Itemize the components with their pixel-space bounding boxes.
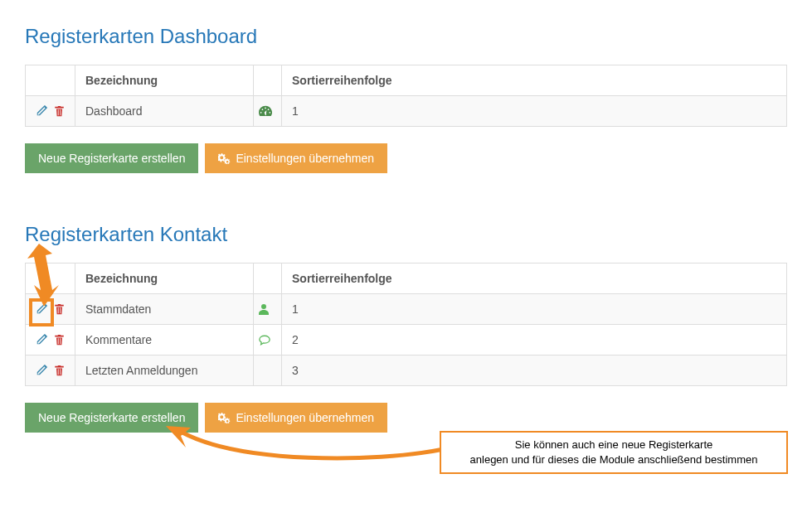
trash-icon bbox=[54, 365, 65, 376]
row-label: Letzten Anmeldungen bbox=[75, 355, 254, 386]
delete-button[interactable] bbox=[54, 334, 65, 346]
dashboard-table: Bezeichnung Sortierreihenfolge bbox=[25, 65, 787, 127]
col-header-actions bbox=[26, 264, 75, 294]
create-tab-button[interactable]: Neue Registerkarte erstellen bbox=[25, 403, 198, 433]
apply-settings-button[interactable]: Einstellungen übernehmen bbox=[205, 403, 387, 433]
create-tab-label: Neue Registerkarte erstellen bbox=[38, 152, 185, 165]
annotation-callout-line2: anlegen und für dieses die Module anschl… bbox=[453, 452, 775, 467]
section-kontakt: Registerkarten Kontakt Bezeichnung Sorti… bbox=[25, 223, 787, 433]
pencil-icon bbox=[36, 105, 47, 117]
table-row: Letzten Anmeldungen 3 bbox=[26, 355, 787, 386]
col-header-icon bbox=[254, 65, 282, 96]
section-title-kontakt: Registerkarten Kontakt bbox=[25, 223, 787, 246]
section-title-dashboard: Registerkarten Dashboard bbox=[25, 25, 787, 48]
row-sort: 1 bbox=[282, 96, 787, 127]
col-header-label: Bezeichnung bbox=[75, 65, 254, 96]
trash-icon bbox=[54, 303, 65, 315]
apply-settings-button[interactable]: Einstellungen übernehmen bbox=[205, 143, 387, 173]
col-header-sort: Sortierreihenfolge bbox=[282, 65, 787, 96]
trash-icon bbox=[54, 105, 65, 117]
edit-button[interactable] bbox=[36, 365, 47, 376]
delete-button[interactable] bbox=[54, 365, 65, 376]
button-row-dashboard: Neue Registerkarte erstellen Einstellung… bbox=[25, 143, 787, 173]
pencil-icon bbox=[36, 365, 47, 376]
col-header-label: Bezeichnung bbox=[75, 264, 254, 294]
section-dashboard: Registerkarten Dashboard Bezeichnung Sor… bbox=[25, 25, 787, 173]
row-sort: 3 bbox=[282, 355, 787, 386]
create-tab-button[interactable]: Neue Registerkarte erstellen bbox=[25, 143, 198, 173]
kontakt-table: Bezeichnung Sortierreihenfolge bbox=[25, 263, 787, 386]
delete-button[interactable] bbox=[54, 303, 65, 315]
pencil-icon bbox=[36, 303, 47, 315]
delete-button[interactable] bbox=[54, 105, 65, 117]
col-header-sort: Sortierreihenfolge bbox=[282, 264, 787, 294]
annotation-callout: Sie können auch eine neue Registerkarte … bbox=[440, 431, 788, 474]
cogs-icon bbox=[218, 413, 231, 423]
annotation-callout-line1: Sie können auch eine neue Registerkarte bbox=[453, 438, 775, 452]
create-tab-label: Neue Registerkarte erstellen bbox=[38, 411, 185, 424]
user-icon bbox=[259, 303, 269, 315]
trash-icon bbox=[54, 334, 65, 346]
col-header-icon bbox=[254, 264, 282, 294]
apply-settings-label: Einstellungen übernehmen bbox=[236, 411, 374, 424]
row-label: Dashboard bbox=[75, 96, 254, 127]
edit-button[interactable] bbox=[36, 303, 47, 315]
button-row-kontakt: Neue Registerkarte erstellen Einstellung… bbox=[25, 403, 787, 433]
row-label: Stammdaten bbox=[75, 294, 254, 325]
pencil-icon bbox=[36, 334, 47, 346]
cogs-icon bbox=[218, 153, 231, 164]
edit-button[interactable] bbox=[36, 105, 47, 117]
table-row: Dashboard 1 bbox=[26, 96, 787, 127]
table-row: Stammdaten 1 bbox=[26, 294, 787, 325]
tachometer-icon bbox=[259, 105, 272, 117]
comment-icon bbox=[259, 335, 270, 346]
table-row: Kommentare 2 bbox=[26, 325, 787, 355]
edit-button[interactable] bbox=[36, 334, 47, 346]
row-sort: 1 bbox=[282, 294, 787, 325]
row-sort: 2 bbox=[282, 325, 787, 355]
row-label: Kommentare bbox=[75, 325, 254, 355]
apply-settings-label: Einstellungen übernehmen bbox=[236, 152, 374, 165]
col-header-actions bbox=[26, 65, 75, 96]
